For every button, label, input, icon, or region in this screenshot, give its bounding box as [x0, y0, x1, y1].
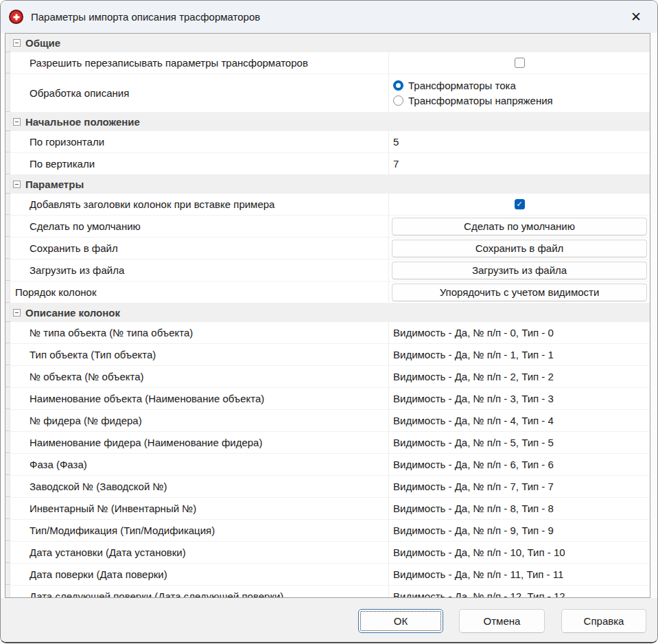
- column-value[interactable]: Видимость - Да, № п/п - 10, Тип - 10: [388, 542, 650, 563]
- property-row-load-file[interactable]: Загрузить из файла Загрузить из файла: [5, 260, 650, 281]
- grid-gutter: [5, 74, 10, 112]
- make-default-button[interactable]: Сделать по умолчанию: [392, 218, 647, 235]
- save-to-file-button[interactable]: Сохранить в файл: [392, 240, 647, 257]
- section-header-start-position[interactable]: Начальное положение: [5, 113, 650, 131]
- ok-button[interactable]: ОК: [358, 609, 443, 633]
- overwrite-checkbox[interactable]: [515, 58, 525, 68]
- column-row-2[interactable]: № объекта (№ объекта) Видимость - Да, № …: [5, 366, 650, 388]
- property-row-column-order[interactable]: Порядок колонок Упорядочить с учетом вид…: [5, 281, 650, 303]
- property-label: Разрешить перезаписывать параметры транс…: [10, 52, 388, 73]
- add-headers-checkbox[interactable]: ✓: [515, 199, 525, 209]
- collapse-icon[interactable]: [13, 39, 21, 47]
- column-value[interactable]: Видимость - Да, № п/п - 7, Тип - 7: [388, 476, 650, 497]
- grid-gutter: [5, 542, 10, 563]
- property-row-overwrite[interactable]: Разрешить перезаписывать параметры транс…: [5, 52, 650, 74]
- property-row-horizontal[interactable]: По горизонтали 5: [5, 131, 650, 153]
- grid-gutter: [5, 454, 10, 475]
- property-row-processing[interactable]: Обработка описания Трансформаторы тока Т…: [5, 74, 650, 113]
- column-label: Тип/Модификация (Тип/Модификация): [10, 520, 388, 541]
- grid-gutter: [5, 281, 10, 303]
- column-value[interactable]: Видимость - Да, № п/п - 8, Тип - 8: [388, 498, 650, 519]
- grid-gutter: [5, 520, 10, 541]
- import-parameters-dialog: Параметры импорта описания трасформаторо…: [0, 0, 658, 643]
- grid-gutter: [5, 175, 10, 194]
- property-grid: Общие Разрешить перезаписывать параметры…: [5, 33, 650, 598]
- collapse-icon[interactable]: [13, 309, 21, 317]
- order-by-visibility-button[interactable]: Упорядочить с учетом видимости: [392, 284, 647, 301]
- column-row-8[interactable]: Инвентарный № (Инвентарный №) Видимость …: [5, 498, 650, 520]
- column-value[interactable]: Видимость - Да, № п/п - 4, Тип - 4: [388, 410, 650, 431]
- property-row-save-file[interactable]: Сохранить в файл Сохранить в файл: [5, 238, 650, 260]
- app-icon: [9, 10, 23, 24]
- grid-gutter: [5, 52, 10, 73]
- column-label: Инвентарный № (Инвентарный №): [10, 498, 388, 519]
- grid-gutter: [5, 34, 10, 52]
- column-value[interactable]: Видимость - Да, № п/п - 0, Тип - 0: [388, 322, 650, 343]
- column-value[interactable]: Видимость - Да, № п/п - 2, Тип - 2: [388, 366, 650, 387]
- radio-label: Трансформаторы тока: [408, 80, 516, 91]
- property-row-add-headers[interactable]: Добавлять заголовки колонок при вставке …: [5, 194, 650, 216]
- column-value[interactable]: Видимость - Да, № п/п - 9, Тип - 9: [388, 520, 650, 541]
- cancel-button[interactable]: Отмена: [459, 609, 545, 633]
- dialog-footer: ОК Отмена Справка: [1, 598, 657, 642]
- column-row-4[interactable]: № фидера (№ фидера) Видимость - Да, № п/…: [5, 410, 650, 432]
- column-row-5[interactable]: Наименование фидера (Наименование фидера…: [5, 432, 650, 454]
- titlebar: Параметры импорта описания трасформаторо…: [1, 1, 657, 33]
- radio-selected-icon[interactable]: [393, 80, 403, 91]
- column-label: Фаза (Фаза): [10, 454, 388, 475]
- column-value[interactable]: Видимость - Да, № п/п - 12, Тип - 12: [388, 586, 650, 598]
- grid-gutter: [5, 564, 10, 585]
- window-title: Параметры импорта описания трасформаторо…: [31, 11, 260, 23]
- column-value[interactable]: Видимость - Да, № п/п - 1, Тип - 1: [388, 344, 650, 365]
- collapse-icon[interactable]: [13, 181, 21, 188]
- close-icon[interactable]: ✕: [624, 5, 648, 29]
- property-label: Обработка описания: [10, 74, 388, 112]
- property-row-vertical[interactable]: По вертикали 7: [5, 153, 650, 175]
- column-row-3[interactable]: Наименование объекта (Наименование объек…: [5, 388, 650, 410]
- column-row-1[interactable]: Тип объекта (Тип объекта) Видимость - Да…: [5, 344, 650, 366]
- column-row-6[interactable]: Фаза (Фаза) Видимость - Да, № п/п - 6, Т…: [5, 454, 650, 476]
- property-label: Сохранить в файл: [10, 238, 388, 259]
- column-row-11[interactable]: Дата поверки (Дата поверки) Видимость - …: [5, 564, 650, 586]
- column-row-12-clipped[interactable]: Дата следующей поверки (Дата следующей п…: [5, 586, 650, 598]
- column-label: Дата установки (Дата установки): [10, 542, 388, 563]
- column-value[interactable]: Видимость - Да, № п/п - 6, Тип - 6: [388, 454, 650, 475]
- radio-unselected-icon[interactable]: [393, 95, 403, 106]
- help-button[interactable]: Справка: [561, 609, 646, 633]
- section-header-column-description[interactable]: Описание колонок: [5, 303, 650, 322]
- radio-voltage-transformers[interactable]: Трансформаторы напряжения: [393, 95, 553, 106]
- grid-gutter: [5, 432, 10, 453]
- column-value[interactable]: Видимость - Да, № п/п - 5, Тип - 5: [388, 432, 650, 453]
- column-value[interactable]: Видимость - Да, № п/п - 11, Тип - 11: [388, 564, 650, 585]
- grid-gutter: [5, 586, 10, 598]
- column-label: Дата следующей поверки (Дата следующей п…: [10, 586, 388, 598]
- column-row-10[interactable]: Дата установки (Дата установки) Видимост…: [5, 542, 650, 564]
- load-from-file-button[interactable]: Загрузить из файла: [392, 262, 647, 279]
- vertical-value-field[interactable]: 7: [388, 153, 650, 174]
- grid-gutter: [5, 322, 10, 343]
- column-label: Заводской № (Заводской №): [10, 476, 388, 497]
- grid-gutter: [5, 410, 10, 431]
- column-label: № типа объекта (№ типа объекта): [10, 322, 388, 343]
- column-row-9[interactable]: Тип/Модификация (Тип/Модификация) Видимо…: [5, 520, 650, 542]
- grid-gutter: [5, 344, 10, 365]
- horizontal-value-field[interactable]: 5: [388, 131, 650, 152]
- property-label: Сделать по умолчанию: [10, 216, 388, 237]
- grid-gutter: [5, 303, 10, 322]
- column-label: № фидера (№ фидера): [10, 410, 388, 431]
- radio-label: Трансформаторы напряжения: [408, 95, 553, 106]
- column-label: Тип объекта (Тип объекта): [10, 344, 388, 365]
- column-row-7[interactable]: Заводской № (Заводской №) Видимость - Да…: [5, 476, 650, 498]
- column-label: № объекта (№ объекта): [10, 366, 388, 387]
- radio-current-transformers[interactable]: Трансформаторы тока: [393, 80, 516, 91]
- column-row-0[interactable]: № типа объекта (№ типа объекта) Видимост…: [5, 322, 650, 344]
- property-row-make-default[interactable]: Сделать по умолчанию Сделать по умолчани…: [5, 216, 650, 238]
- section-header-general[interactable]: Общие: [5, 34, 650, 52]
- collapse-icon[interactable]: [13, 118, 21, 126]
- column-label: Дата поверки (Дата поверки): [10, 564, 388, 585]
- property-label: Добавлять заголовки колонок при вставке …: [10, 194, 388, 215]
- column-value[interactable]: Видимость - Да, № п/п - 3, Тип - 3: [388, 388, 650, 409]
- grid-gutter: [5, 194, 10, 215]
- section-label: Описание колонок: [25, 307, 120, 319]
- section-header-parameters[interactable]: Параметры: [5, 175, 650, 194]
